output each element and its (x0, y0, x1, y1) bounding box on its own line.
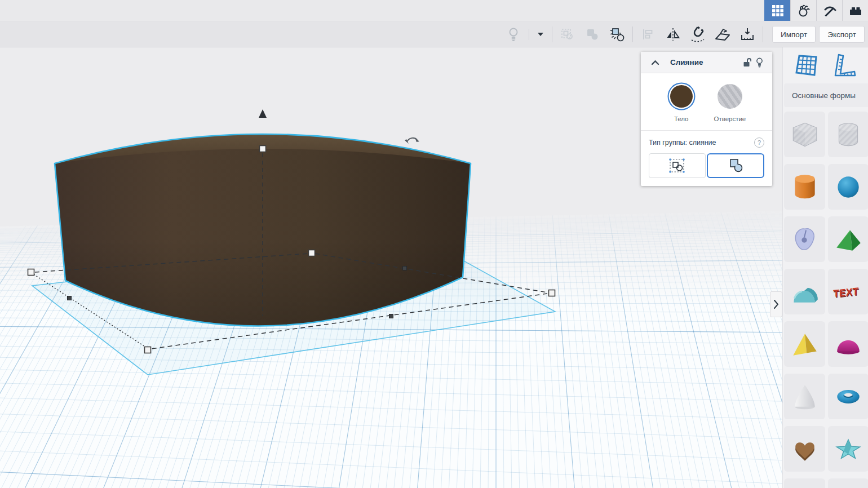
hole-box-icon (789, 119, 821, 150)
shape-roof[interactable] (828, 216, 868, 262)
group-type-label: Тип группы: слияние (649, 139, 754, 147)
shape-cylinder[interactable] (784, 164, 825, 210)
shape-round-roof[interactable] (784, 269, 825, 314)
brown-heart-icon (789, 433, 821, 465)
hole-option[interactable]: Отверстие (714, 82, 746, 122)
yellow-pyramid-icon (789, 329, 821, 360)
top-app-bar (0, 0, 868, 21)
teal-star-icon (832, 433, 864, 465)
align-button[interactable] (639, 25, 658, 43)
chevron-down-icon (537, 32, 544, 37)
multicolor-group-icon (667, 157, 687, 174)
ruler-tool-button[interactable] (738, 25, 757, 43)
flip-button[interactable] (663, 25, 683, 43)
grid-icon (772, 5, 784, 17)
hole-cylinder-icon (832, 119, 864, 150)
light-bulb-icon (755, 57, 764, 68)
tab-lego-bricks[interactable] (842, 0, 868, 21)
tab-hand-tool[interactable] (790, 0, 816, 21)
shape-scribble[interactable] (784, 216, 825, 262)
shape-category-label: Основные формы (792, 91, 856, 100)
pickaxe-icon (822, 3, 837, 18)
rotate-handle[interactable] (405, 137, 419, 144)
orange-cylinder-icon (789, 171, 821, 203)
white-cone-icon (789, 381, 821, 412)
shape-tile-cutoff[interactable] (784, 478, 825, 488)
toolbar-divider (552, 26, 552, 42)
divider (641, 130, 772, 131)
red-text-icon: TEXT TEXT (832, 276, 864, 308)
group-type-keep-colors-button[interactable] (649, 153, 706, 178)
chevron-up-icon (651, 60, 659, 65)
workspace-mode-switcher (764, 0, 868, 21)
ruler-helper-button[interactable] (831, 52, 858, 79)
teal-round-roof-icon (789, 276, 821, 308)
show-all-bulb-button[interactable] (504, 25, 523, 43)
hand-icon (796, 3, 811, 18)
workplane-button[interactable] (713, 25, 732, 43)
mirror-flip-icon (665, 27, 681, 42)
hole-label: Отверстие (714, 116, 746, 122)
import-button[interactable]: Импорт (772, 26, 816, 43)
ungroup-button[interactable] (583, 25, 602, 43)
chevron-right-icon (773, 299, 779, 309)
green-roof-icon (832, 224, 864, 255)
collapse-panel-button[interactable] (649, 56, 661, 69)
tab-minecraft-blocks[interactable] (816, 0, 842, 21)
shape-library-panel: Основные формы (782, 47, 868, 488)
hole-swatch (718, 84, 742, 109)
export-button[interactable]: Экспорт (819, 26, 865, 43)
group-icon (560, 27, 575, 42)
shape-half-sphere[interactable] (828, 321, 868, 367)
shape-properties-panel: Слияние Тело Отверстие (641, 52, 772, 186)
group-button[interactable] (558, 25, 577, 43)
raise-handle[interactable] (259, 109, 267, 118)
properties-header: Слияние (641, 52, 772, 73)
shape-hole-box[interactable] (784, 112, 825, 157)
ungroup-active-icon (609, 26, 625, 42)
bulb-dropdown-button[interactable] (535, 25, 546, 43)
align-icon (641, 28, 655, 41)
lock-toggle-button[interactable] (741, 56, 753, 69)
magenta-half-sphere-icon (832, 329, 864, 360)
sidebar-collapse-button[interactable] (770, 291, 782, 317)
shape-text[interactable]: TEXT TEXT (828, 269, 868, 314)
unlock-icon (742, 57, 751, 67)
tab-designs-grid[interactable] (764, 0, 790, 21)
shape-torus[interactable] (828, 374, 868, 419)
ungroup-icon (585, 27, 600, 42)
body-label: Тело (674, 116, 689, 122)
brick-icon (848, 3, 863, 18)
merged-group-icon (726, 157, 745, 174)
help-icon[interactable]: ? (754, 137, 764, 148)
shape-tile-cutoff[interactable] (828, 478, 868, 488)
shape-category-dropdown[interactable]: Основные формы (784, 83, 868, 107)
blue-sphere-icon (832, 171, 864, 203)
visibility-bulb-button[interactable] (753, 56, 765, 69)
toolbar-divider (529, 29, 529, 40)
solid-body-option[interactable]: Тело (667, 82, 696, 122)
workplane-tool-button[interactable] (793, 52, 820, 79)
workplane-grid-icon (794, 53, 820, 79)
shape-grid: TEXT TEXT (784, 112, 868, 488)
toolbar-divider (632, 26, 633, 42)
shape-heart[interactable] (784, 426, 825, 472)
shape-paraboloid[interactable] (784, 374, 825, 419)
snap-grid-button[interactable] (688, 25, 707, 43)
shape-hole-cylinder[interactable] (828, 112, 868, 157)
magnet-icon (689, 26, 706, 42)
light-bulb-icon (507, 27, 520, 42)
editor-toolbar: Импорт Экспорт (0, 22, 868, 47)
shape-sphere[interactable] (828, 164, 868, 210)
ungroup-selected-button[interactable] (608, 25, 627, 43)
scribble-icon (789, 224, 821, 255)
ruler-icon (739, 26, 755, 42)
toolbar-divider (763, 26, 763, 42)
shape-star[interactable] (828, 426, 868, 472)
workplane-icon (714, 26, 731, 42)
group-type-merge-button[interactable] (707, 153, 765, 178)
shape-pyramid[interactable] (784, 321, 825, 367)
panel-title: Слияние (670, 58, 741, 66)
blue-torus-icon (832, 381, 864, 412)
l-ruler-icon (832, 54, 857, 78)
